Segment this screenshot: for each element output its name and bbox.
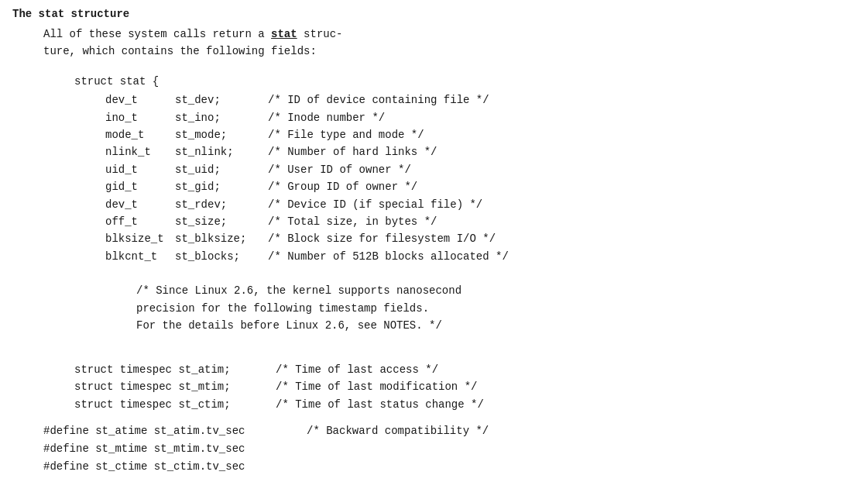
heading-text: The stat structure (12, 8, 129, 20)
define-row: #define st_mtime st_mtim.tv_sec (43, 440, 856, 459)
define-row: #define st_atime st_atim.tv_sec /* Backw… (43, 422, 856, 439)
comment-line3: For the details before Linux 2.6, see NO… (136, 317, 856, 334)
field-name: st_mode; (175, 126, 268, 143)
field-name: st_gid; (175, 178, 268, 195)
timespec-decl: struct timespec st_atim; (74, 361, 276, 378)
intro-paragraph: All of these system calls return a stat … (43, 26, 856, 60)
field-type: dev_t (105, 91, 175, 108)
field-type: off_t (105, 213, 175, 230)
field-comment: /* User ID of owner */ (268, 161, 411, 178)
field-type: mode_t (105, 126, 175, 143)
define-block: #define st_atime st_atim.tv_sec /* Backw… (43, 422, 856, 477)
field-name: st_ino; (175, 109, 268, 126)
field-row: gid_t st_gid; /* Group ID of owner */ (105, 178, 856, 195)
page-container: The stat structure All of these system c… (0, 0, 868, 482)
field-row: blkcnt_t st_blocks; /* Number of 512B bl… (105, 248, 856, 265)
timespec-row: struct timespec st_mtim; /* Time of last… (74, 378, 856, 395)
field-comment: /* Number of hard links */ (268, 143, 437, 160)
field-type: nlink_t (105, 143, 175, 160)
timespec-decl: struct timespec st_mtim; (74, 378, 276, 395)
field-name: st_uid; (175, 161, 268, 178)
comment-line2: precision for the following timestamp fi… (136, 300, 856, 317)
stat-word: stat (271, 28, 297, 40)
field-row: mode_t st_mode; /* File type and mode */ (105, 126, 856, 143)
timespec-decl: struct timespec st_ctim; (74, 396, 276, 413)
field-name: st_rdev; (175, 196, 268, 213)
intro-line1: All of these system calls return a stat … (43, 28, 343, 40)
field-type: dev_t (105, 196, 175, 213)
field-comment: /* Total size, in bytes */ (268, 213, 437, 230)
field-name: st_dev; (175, 91, 268, 108)
field-row: ino_t st_ino; /* Inode number */ (105, 109, 856, 126)
field-comment: /* Group ID of owner */ (268, 178, 417, 195)
struct-open: struct stat { (74, 73, 856, 90)
field-comment: /* Number of 512B blocks allocated */ (268, 248, 509, 265)
section-heading: The stat structure (12, 6, 856, 22)
field-name: st_size; (175, 213, 268, 230)
field-comment: /* Device ID (if special file) */ (268, 196, 482, 213)
field-comment: /* Inode number */ (268, 109, 385, 126)
timespec-comment: /* Time of last access */ (276, 361, 438, 378)
field-row: blksize_t st_blksize; /* Block size for … (105, 230, 856, 247)
field-type: blkcnt_t (105, 248, 175, 265)
field-comment: /* ID of device containing file */ (268, 91, 489, 108)
timespec-row: struct timespec st_ctim; /* Time of last… (74, 396, 856, 413)
timespec-comment: /* Time of last modification */ (276, 378, 477, 395)
comment-line1: /* Since Linux 2.6, the kernel supports … (136, 282, 856, 299)
timespec-fields: struct timespec st_atim; /* Time of last… (74, 361, 856, 413)
field-type: ino_t (105, 109, 175, 126)
field-comment: /* Block size for filesystem I/O */ (268, 230, 496, 247)
define-row: #define st_ctime st_ctim.tv_sec (43, 458, 856, 477)
field-row: dev_t st_rdev; /* Device ID (if special … (105, 196, 856, 213)
field-row: off_t st_size; /* Total size, in bytes *… (105, 213, 856, 230)
field-name: st_blksize; (175, 230, 268, 247)
field-type: uid_t (105, 161, 175, 178)
timespec-comment: /* Time of last status change */ (276, 396, 484, 413)
timespec-row: struct timespec st_atim; /* Time of last… (74, 361, 856, 378)
field-row: nlink_t st_nlink; /* Number of hard link… (105, 143, 856, 160)
struct-definition: struct stat { dev_t st_dev; /* ID of dev… (74, 73, 856, 413)
field-type: blksize_t (105, 230, 175, 247)
field-comment: /* File type and mode */ (268, 126, 424, 143)
intro-line2: ture, which contains the following field… (43, 45, 317, 57)
field-type: gid_t (105, 178, 175, 195)
field-row: uid_t st_uid; /* User ID of owner */ (105, 161, 856, 178)
define-comment: /* Backward compatibility */ (307, 422, 489, 439)
field-name: st_blocks; (175, 248, 268, 265)
define-text: #define st_atime st_atim.tv_sec (43, 422, 307, 439)
field-row: dev_t st_dev; /* ID of device containing… (105, 91, 856, 108)
nanosecond-comment: /* Since Linux 2.6, the kernel supports … (136, 282, 856, 334)
struct-fields: dev_t st_dev; /* ID of device containing… (74, 91, 856, 265)
field-name: st_nlink; (175, 143, 268, 160)
